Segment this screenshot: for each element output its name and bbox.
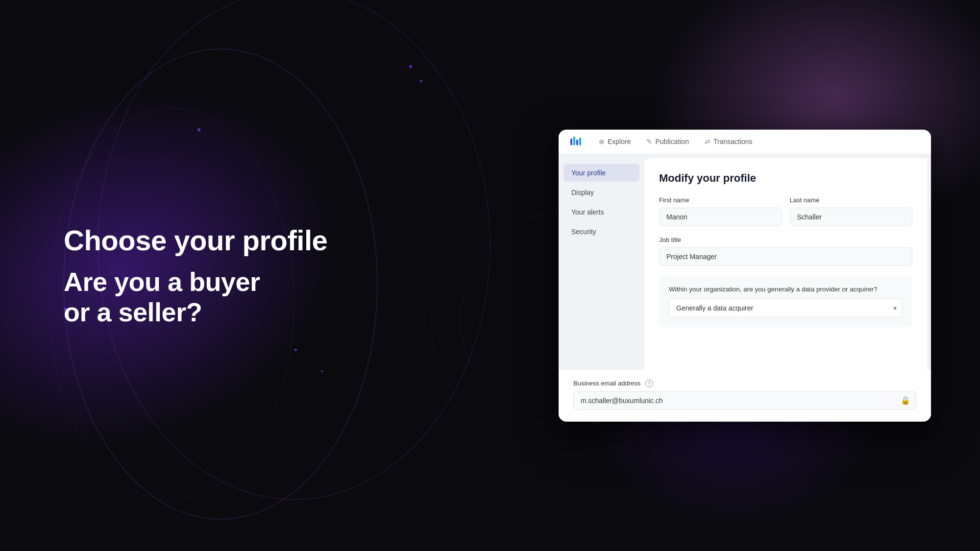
role-select[interactable]: Generally a data acquirerGenerally a dat… [669, 298, 903, 317]
svg-rect-7 [576, 140, 578, 145]
email-label: Business email address ? [573, 379, 916, 387]
tab-publication[interactable]: ✎ Publication [639, 135, 696, 148]
job-title-input[interactable] [659, 247, 912, 265]
app-window: ⊕ Explore ✎ Publication ⇄ Transactions Y… [559, 129, 931, 422]
email-input-wrapper: 🔒 [573, 391, 916, 410]
first-name-group: First name [659, 196, 782, 226]
svg-rect-6 [573, 137, 575, 145]
tab-explore[interactable]: ⊕ Explore [592, 135, 637, 148]
left-panel: Choose your profile Are you a buyer or a… [64, 224, 327, 327]
form-area: Modify your profile First name Last name… [644, 158, 927, 369]
role-section: Within your organization, are you genera… [659, 275, 912, 327]
email-help-icon[interactable]: ? [645, 380, 653, 387]
lock-icon: 🔒 [901, 396, 910, 405]
last-name-input[interactable] [790, 207, 913, 226]
sidebar-item-your-alerts[interactable]: Your alerts [564, 203, 639, 220]
transactions-icon: ⇄ [705, 138, 710, 145]
last-name-label: Last name [790, 196, 913, 203]
last-name-group: Last name [790, 196, 913, 226]
job-title-group: Job title [659, 236, 912, 265]
sidebar: Your profile Display Your alerts Securit… [559, 154, 644, 369]
explore-icon: ⊕ [599, 138, 605, 145]
svg-rect-8 [579, 138, 581, 145]
name-row: First name Last name [659, 196, 912, 226]
first-name-input[interactable] [659, 207, 782, 226]
main-content: Your profile Display Your alerts Securit… [559, 154, 931, 369]
job-title-label: Job title [659, 236, 912, 243]
sidebar-item-your-profile[interactable]: Your profile [564, 164, 639, 181]
publication-icon: ✎ [646, 138, 652, 145]
tab-transactions[interactable]: ⇄ Transactions [698, 135, 760, 148]
role-select-wrapper: Generally a data acquirerGenerally a dat… [669, 298, 903, 317]
sidebar-item-display[interactable]: Display [564, 183, 639, 201]
job-title-row: Job title [659, 236, 912, 265]
email-section: Business email address ? 🔒 [559, 369, 931, 422]
headline-1: Choose your profile [64, 224, 327, 257]
first-name-label: First name [659, 196, 782, 203]
nav-bar: ⊕ Explore ✎ Publication ⇄ Transactions [559, 129, 931, 154]
app-logo [568, 134, 584, 149]
headline-2: Are you a buyer or a seller? [64, 266, 327, 327]
svg-rect-5 [570, 139, 572, 145]
form-title: Modify your profile [659, 171, 912, 184]
email-input[interactable] [573, 391, 916, 410]
sidebar-item-security[interactable]: Security [564, 222, 639, 240]
role-question: Within your organization, are you genera… [669, 285, 903, 292]
